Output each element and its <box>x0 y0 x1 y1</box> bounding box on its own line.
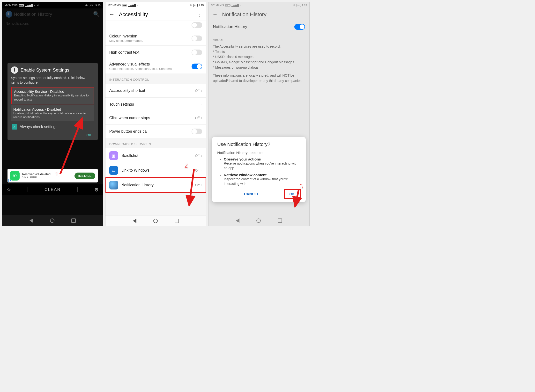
battery-indicator: 91 <box>297 4 301 7</box>
dialog-subtitle: System settings are not fully enabled. C… <box>11 76 94 85</box>
eye-icon: 👁 <box>190 4 192 7</box>
checkbox-icon[interactable]: ✓ <box>12 124 17 130</box>
power-button-item[interactable]: Power button ends call <box>105 124 206 138</box>
accessibility-shortcut-item[interactable]: Accessibility shortcut Off › <box>105 84 206 97</box>
ad-subtitle: 3.9 ★ FREE <box>22 176 72 179</box>
about-header: ABOUT <box>208 33 309 44</box>
carrier-label: MY MAXIS <box>211 4 224 7</box>
click-cursor-item[interactable]: Click when cursor stops Off › <box>105 111 206 124</box>
wifi-icon: ᯤ <box>34 4 36 7</box>
more-menu-icon[interactable]: ⋮ <box>197 12 202 17</box>
switch-on-icon[interactable] <box>294 24 305 30</box>
star-icon[interactable]: ☆ <box>7 187 11 193</box>
item-subtitle: Enabling Notification History in notific… <box>13 111 92 120</box>
scrollshot-icon: ▣ <box>109 151 118 160</box>
colour-inversion-item[interactable]: Colour inversion May affect performance. <box>105 31 206 45</box>
enable-settings-dialog: i Enable System Settings System settings… <box>7 63 98 140</box>
cancel-button[interactable]: CANCEL <box>239 190 264 198</box>
clock-label: 1:15 <box>302 4 307 7</box>
page-header: ← Notification History <box>208 8 309 21</box>
nav-back-icon[interactable] <box>30 218 33 223</box>
visual-settings-group: Colour inversion May affect performance.… <box>105 21 206 73</box>
nav-home-icon[interactable] <box>256 218 261 223</box>
nav-bar <box>105 215 206 226</box>
nav-recent-icon[interactable] <box>278 218 282 223</box>
wifi-icon: ᯤ <box>137 4 140 7</box>
status-bar: MY MAXIS WiFi ▂▄▆█ ᯤ ⟳ 👁 100 9:10 <box>2 2 103 8</box>
section-header-downloaded: DOWNLOADED SERVICES <box>105 138 206 148</box>
switch-off-icon[interactable] <box>192 50 202 55</box>
link-windows-item[interactable]: ▭ Link to Windows Off › <box>105 163 206 178</box>
about-body: The Accessibility services are used to r… <box>208 44 309 84</box>
bullet-icon: • <box>220 158 221 170</box>
status-bar: MY MAXIS WiFi ▂▄▆█ ᯤ 👁 91 1:15 <box>105 2 206 8</box>
wifi-badge: WiFi <box>225 4 230 7</box>
switch-off-icon[interactable] <box>192 36 202 41</box>
permission-item: • Observe your actions Receive notificat… <box>220 157 301 170</box>
ad-close-icon[interactable]: ✕ <box>8 179 12 182</box>
app-logo-icon <box>6 11 12 18</box>
switch-off-icon[interactable] <box>192 22 202 28</box>
chevron-right-icon: › <box>201 183 202 187</box>
clear-button[interactable]: CLEAR <box>45 187 61 192</box>
advanced-visual-item[interactable]: Advanced visual effects Colour extractio… <box>105 59 206 73</box>
notification-history-icon <box>109 181 118 189</box>
permission-dialog: Use Notification History? Notification H… <box>212 137 306 202</box>
ok-button[interactable]: OK <box>284 189 301 199</box>
screen-1: MY MAXIS WiFi ▂▄▆█ ᯤ ⟳ 👁 100 9:10 Notifi… <box>2 2 103 226</box>
screen-2: MY MAXIS WiFi ▂▄▆█ ᯤ 👁 91 1:15 ← Accessi… <box>105 2 207 226</box>
touch-settings-item[interactable]: Touch settings › <box>105 97 206 111</box>
nav-home-icon[interactable] <box>50 218 54 223</box>
section-header-interaction: INTERACTION CONTROL <box>105 73 206 83</box>
high-contrast-item[interactable]: High contrast text <box>105 45 206 59</box>
search-icon[interactable]: 🔍 <box>93 11 100 17</box>
nav-recent-icon[interactable] <box>71 218 76 223</box>
empty-state-text: No notifications <box>2 20 103 27</box>
chevron-right-icon: › <box>201 116 202 120</box>
chevron-right-icon: › <box>201 102 202 107</box>
ad-banner[interactable]: ✕ ✆ Recover WA deleted... 3.9 ★ FREE INS… <box>7 169 98 182</box>
install-button[interactable]: INSTALL <box>74 173 95 179</box>
partial-item[interactable] <box>105 21 206 31</box>
wifi-badge: WiFi <box>19 4 24 7</box>
switch-on-icon[interactable] <box>192 64 202 69</box>
scrollshot-item[interactable]: ▣ Scrollshot Off › <box>105 148 206 163</box>
notification-history-item[interactable]: Notification History Off › <box>105 178 206 192</box>
eye-icon: 👁 <box>85 4 88 7</box>
page-title: Notification History <box>222 11 266 18</box>
nav-back-icon[interactable] <box>236 218 239 223</box>
permission-item: • Retrieve window content Inspect the co… <box>220 173 301 186</box>
item-subtitle: Enabling Notification History in accessi… <box>14 94 91 102</box>
item-title: Accessibility Service - Disabled <box>14 89 91 94</box>
dialog-title: Use Notification History? <box>217 142 301 147</box>
divider <box>28 187 28 192</box>
clock-label: 9:10 <box>95 4 100 7</box>
toggle-label: Notification History <box>213 24 294 29</box>
carrier-label: MY MAXIS <box>108 4 121 7</box>
nav-home-icon[interactable] <box>153 219 158 223</box>
accessibility-service-item[interactable]: Accessibility Service - Disabled Enablin… <box>11 87 94 104</box>
notification-access-item[interactable]: Notification Access - Disabled Enabling … <box>11 105 94 122</box>
dialog-lead: Notification History needs to: <box>217 151 301 155</box>
divider <box>274 192 274 196</box>
back-arrow-icon[interactable]: ← <box>109 11 115 18</box>
chevron-right-icon: › <box>201 153 202 158</box>
chevron-right-icon: › <box>201 88 202 93</box>
page-title: Accessibility <box>119 11 193 18</box>
gear-icon[interactable]: ⚙ <box>94 187 99 193</box>
app-title: Notification History <box>14 12 92 17</box>
battery-indicator: 100 <box>89 4 94 7</box>
app-header: Notification History 🔍 <box>2 8 103 20</box>
ok-button[interactable]: OK <box>86 133 92 137</box>
nav-back-icon[interactable] <box>133 219 136 223</box>
back-arrow-icon[interactable]: ← <box>212 11 218 18</box>
service-toggle-row[interactable]: Notification History <box>208 21 309 33</box>
always-check-row[interactable]: ✓ Always check settings <box>11 121 94 131</box>
battery-indicator: 91 <box>193 4 198 7</box>
screen-3: MY MAXIS WiFi ▂▄▆█ ᯤ 👁 91 1:15 ← Notific… <box>208 2 310 226</box>
nav-recent-icon[interactable] <box>175 219 179 223</box>
dialog-title: Enable System Settings <box>21 67 69 73</box>
item-title: Notification Access - Disabled <box>13 107 92 111</box>
status-bar: MY MAXIS WiFi ▂▄▆█ ᯤ 👁 91 1:15 <box>208 2 309 8</box>
switch-off-icon[interactable] <box>192 129 202 134</box>
